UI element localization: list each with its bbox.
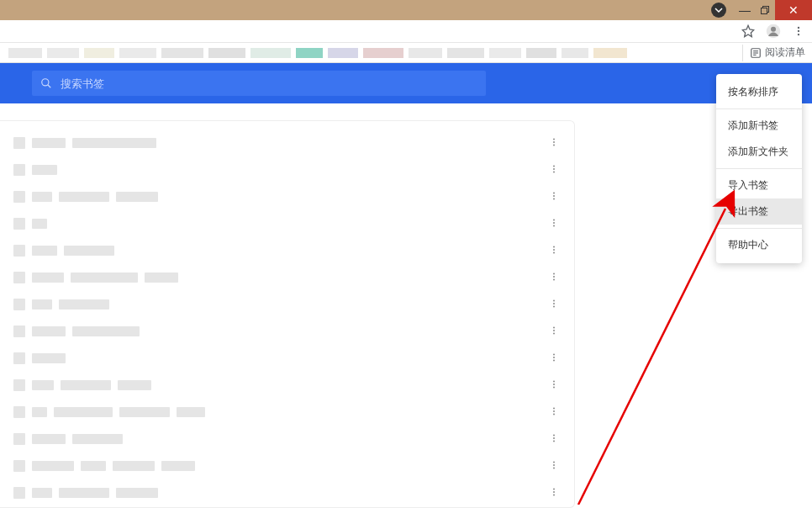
svg-rect-1	[762, 8, 767, 14]
kebab-menu-icon[interactable]	[547, 351, 561, 366]
svg-point-6	[798, 34, 799, 35]
bookmarks-bar-item[interactable]	[47, 48, 79, 58]
titlebar-dropdown[interactable]	[711, 0, 735, 20]
svg-point-19	[553, 193, 555, 194]
list-item[interactable]	[0, 210, 574, 237]
bookmarks-bar-item[interactable]	[208, 48, 245, 58]
text-placeholder	[72, 434, 123, 444]
kebab-menu-icon[interactable]	[547, 431, 561, 447]
bookmarks-bar-item[interactable]	[593, 48, 627, 58]
text-placeholder	[32, 299, 52, 310]
bookmark-manager-header	[0, 63, 812, 103]
list-item[interactable]	[0, 130, 574, 156]
list-item[interactable]	[0, 345, 574, 372]
svg-point-11	[42, 79, 49, 86]
kebab-menu-icon[interactable]	[547, 216, 561, 231]
star-icon[interactable]	[740, 23, 757, 40]
address-bar	[0, 20, 812, 43]
list-item[interactable]	[0, 318, 574, 345]
svg-point-51	[553, 468, 555, 469]
kebab-menu-icon[interactable]	[547, 297, 561, 312]
svg-point-54	[553, 495, 555, 496]
list-item[interactable]	[0, 291, 574, 318]
favicon-placeholder	[13, 245, 25, 257]
svg-point-46	[553, 435, 555, 437]
svg-point-27	[553, 252, 555, 254]
list-item[interactable]	[0, 479, 574, 506]
bookmarks-bar-item[interactable]	[447, 48, 484, 58]
list-item[interactable]	[0, 399, 574, 426]
search-box[interactable]	[32, 71, 486, 96]
bookmarks-bar-item[interactable]	[363, 48, 403, 58]
close-button[interactable]: ✕	[775, 0, 812, 20]
svg-point-41	[553, 384, 555, 385]
list-item[interactable]	[0, 452, 574, 479]
kebab-menu-icon[interactable]	[547, 270, 561, 285]
text-placeholder	[32, 488, 52, 498]
search-input[interactable]	[61, 77, 477, 90]
bookmarks-bar-item[interactable]	[250, 48, 291, 58]
kebab-menu-icon[interactable]	[547, 458, 561, 474]
kebab-menu-icon[interactable]	[547, 405, 561, 420]
maximize-button[interactable]	[755, 0, 775, 20]
menu-add-folder[interactable]: 添加新文件夹	[716, 139, 802, 165]
bookmarks-bar-item[interactable]	[161, 48, 203, 58]
bookmarks-bar-items	[0, 48, 742, 58]
svg-point-18	[553, 172, 555, 173]
kebab-menu-icon[interactable]	[547, 162, 561, 177]
favicon-placeholder	[13, 191, 25, 203]
text-placeholder	[71, 273, 138, 283]
kebab-menu-icon[interactable]	[547, 189, 561, 204]
chevron-down-icon	[711, 3, 726, 18]
bookmarks-bar-item[interactable]	[562, 48, 588, 58]
reading-list-label: 阅读清单	[765, 45, 805, 60]
svg-point-14	[553, 141, 555, 143]
list-item[interactable]	[0, 264, 574, 291]
kebab-menu-icon[interactable]	[547, 243, 561, 258]
kebab-menu-icon[interactable]	[790, 23, 807, 40]
menu-import[interactable]: 导入书签	[716, 172, 802, 198]
svg-point-44	[553, 410, 555, 412]
bookmarks-bar-item[interactable]	[526, 48, 556, 58]
svg-point-38	[553, 357, 555, 358]
kebab-menu-icon[interactable]	[547, 135, 561, 151]
menu-sort-by-name[interactable]: 按名称排序	[716, 79, 802, 105]
list-item[interactable]	[0, 183, 574, 210]
bookmarks-bar-item[interactable]	[489, 48, 521, 58]
menu-add-bookmark[interactable]: 添加新书签	[716, 113, 802, 139]
svg-point-53	[553, 491, 555, 493]
list-item[interactable]	[0, 237, 574, 264]
kebab-menu-icon[interactable]	[547, 324, 561, 339]
list-item[interactable]	[0, 156, 574, 183]
bookmark-list-panel	[0, 120, 575, 508]
menu-export[interactable]: 导出书签	[716, 198, 802, 225]
text-placeholder	[32, 192, 52, 202]
reading-list-button[interactable]: 阅读清单	[742, 45, 812, 61]
text-placeholder	[32, 138, 66, 148]
bookmarks-bar-item[interactable]	[409, 48, 442, 58]
svg-point-3	[771, 27, 776, 32]
bookmarks-bar-item[interactable]	[296, 48, 323, 58]
svg-point-22	[553, 220, 555, 221]
bookmarks-bar-item[interactable]	[8, 48, 42, 58]
list-item[interactable]	[0, 372, 574, 399]
reading-list-icon	[750, 47, 762, 59]
menu-help[interactable]: 帮助中心	[716, 232, 802, 258]
bookmarks-bar-item[interactable]	[328, 48, 358, 58]
text-placeholder	[32, 461, 74, 471]
svg-point-32	[553, 303, 555, 304]
content-area	[0, 103, 812, 508]
favicon-placeholder	[13, 137, 25, 149]
kebab-menu-icon[interactable]	[547, 378, 561, 393]
favicon-placeholder	[13, 325, 25, 337]
text-placeholder	[59, 192, 109, 202]
list-item[interactable]	[0, 426, 574, 452]
avatar-icon[interactable]	[765, 23, 782, 40]
kebab-menu-icon[interactable]	[547, 485, 561, 500]
bookmarks-bar-item[interactable]	[119, 48, 156, 58]
minimize-button[interactable]: —	[735, 0, 755, 20]
bookmarks-bar-item[interactable]	[84, 48, 114, 58]
text-placeholder	[119, 407, 170, 417]
context-menu: 按名称排序 添加新书签 添加新文件夹 导入书签 导出书签 帮助中心	[716, 74, 802, 263]
favicon-placeholder	[13, 406, 25, 418]
